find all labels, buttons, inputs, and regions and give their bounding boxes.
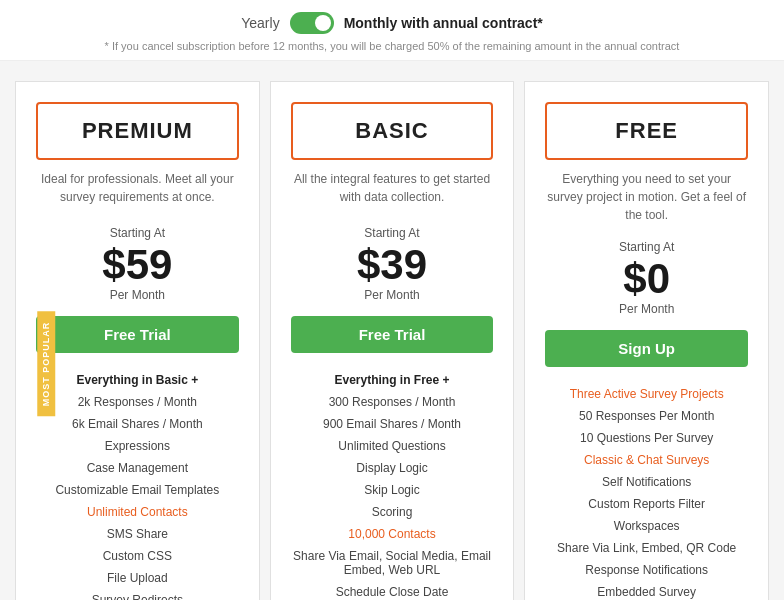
premium-cta-button[interactable]: Free Trial [36, 316, 239, 353]
billing-toggle-row: Yearly Monthly with annual contract* [0, 12, 784, 34]
premium-title-box: PREMIUM [36, 102, 239, 160]
list-item: Self Notifications [545, 471, 748, 493]
basic-starting-at: Starting At [291, 226, 494, 240]
premium-plan: MOST POPULAR PREMIUM Ideal for professio… [15, 81, 260, 600]
yearly-label: Yearly [241, 15, 279, 31]
basic-plan: BASIC All the integral features to get s… [270, 81, 515, 600]
list-item: Classic & Chat Surveys [545, 449, 748, 471]
basic-description: All the integral features to get started… [291, 170, 494, 210]
list-item: 300 Responses / Month [291, 391, 494, 413]
free-price: $0 [545, 256, 748, 302]
list-item: Unlimited Contacts [36, 501, 239, 523]
plans-container: MOST POPULAR PREMIUM Ideal for professio… [0, 61, 784, 600]
list-item: Custom Reports Filter [545, 493, 748, 515]
list-item: Everything in Basic + [36, 369, 239, 391]
premium-starting-at: Starting At [36, 226, 239, 240]
list-item: Case Management [36, 457, 239, 479]
basic-price: $39 [291, 242, 494, 288]
list-item: Everything in Free + [291, 369, 494, 391]
list-item: 10,000 Contacts [291, 523, 494, 545]
free-features-list: Three Active Survey Projects 50 Response… [545, 383, 748, 600]
list-item: Scoring [291, 501, 494, 523]
premium-per-month: Per Month [36, 288, 239, 302]
free-title: FREE [615, 118, 678, 143]
basic-title-box: BASIC [291, 102, 494, 160]
premium-description: Ideal for professionals. Meet all your s… [36, 170, 239, 210]
list-item: 900 Email Shares / Month [291, 413, 494, 435]
list-item: Workspaces [545, 515, 748, 537]
free-title-box: FREE [545, 102, 748, 160]
list-item: Survey Redirects [36, 589, 239, 600]
basic-title: BASIC [355, 118, 428, 143]
free-plan: FREE Everything you need to set your sur… [524, 81, 769, 600]
list-item: Expressions [36, 435, 239, 457]
list-item: SMS Share [36, 523, 239, 545]
premium-title: PREMIUM [82, 118, 193, 143]
basic-features-list: Everything in Free + 300 Responses / Mon… [291, 369, 494, 600]
list-item: Display Logic [291, 457, 494, 479]
list-item: Share Via Link, Embed, QR Code [545, 537, 748, 559]
list-item: 2k Responses / Month [36, 391, 239, 413]
free-description: Everything you need to set your survey p… [545, 170, 748, 224]
top-bar: Yearly Monthly with annual contract* * I… [0, 0, 784, 61]
free-starting-at: Starting At [545, 240, 748, 254]
list-item: Embedded Survey [545, 581, 748, 600]
list-item: Skip Logic [291, 479, 494, 501]
basic-cta-button[interactable]: Free Trial [291, 316, 494, 353]
premium-price: $59 [36, 242, 239, 288]
premium-features-list: Everything in Basic + 2k Responses / Mon… [36, 369, 239, 600]
list-item: 6k Email Shares / Month [36, 413, 239, 435]
most-popular-badge: MOST POPULAR [37, 311, 55, 416]
list-item: Customizable Email Templates [36, 479, 239, 501]
list-item: Response Notifications [545, 559, 748, 581]
billing-toggle[interactable] [290, 12, 334, 34]
list-item: Custom CSS [36, 545, 239, 567]
free-cta-button[interactable]: Sign Up [545, 330, 748, 367]
free-per-month: Per Month [545, 302, 748, 316]
monthly-label: Monthly with annual contract* [344, 15, 543, 31]
disclaimer-text: * If you cancel subscription before 12 m… [0, 40, 784, 52]
list-item: File Upload [36, 567, 239, 589]
basic-per-month: Per Month [291, 288, 494, 302]
list-item: Share Via Email, Social Media, Email Emb… [291, 545, 494, 581]
list-item: Schedule Close Date [291, 581, 494, 600]
list-item: Three Active Survey Projects [545, 383, 748, 405]
list-item: Unlimited Questions [291, 435, 494, 457]
list-item: 50 Responses Per Month [545, 405, 748, 427]
list-item: 10 Questions Per Survey [545, 427, 748, 449]
